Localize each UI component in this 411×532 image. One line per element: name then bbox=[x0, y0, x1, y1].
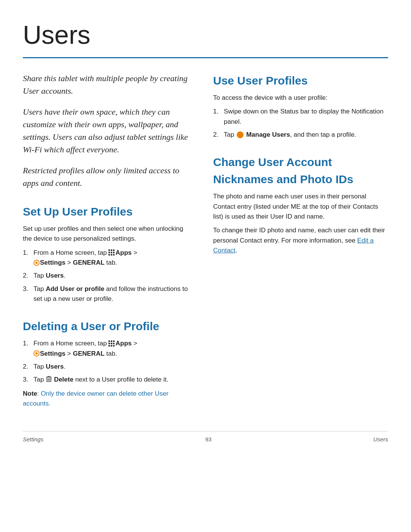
setup-step1-pre: From a Home screen, tap bbox=[33, 249, 107, 256]
settings-label-2: Settings bbox=[40, 350, 65, 357]
delete-step1-pre: From a Home screen, tap bbox=[33, 340, 107, 347]
use-step-2: 2. Tap Manage Users, and then tap a prof… bbox=[213, 130, 388, 140]
title-divider bbox=[23, 57, 388, 58]
page-title: Users bbox=[23, 15, 388, 54]
tab-label-2: tab. bbox=[106, 350, 117, 357]
intro-text-3: Restricted profiles allow only limited a… bbox=[23, 164, 190, 189]
apps-label: Apps bbox=[115, 249, 132, 256]
manage-users-icon bbox=[237, 131, 244, 138]
change-body2-end: . bbox=[236, 247, 237, 254]
setup-step-1: 1. From a Home screen, tap Apps > Settin… bbox=[23, 248, 190, 268]
delete-step-2: 2. Tap Users. bbox=[23, 362, 190, 372]
apps-grid-icon-2 bbox=[108, 340, 115, 347]
section-use-body: To access the device with a user profile… bbox=[213, 93, 388, 103]
trash-icon bbox=[46, 375, 51, 385]
add-user-label: Add User or profile bbox=[46, 285, 104, 292]
setup-step-3: 3. Tap Add User or profile and follow th… bbox=[23, 284, 190, 304]
use-step2-pre: Tap bbox=[224, 131, 234, 138]
footer-left: Settings bbox=[23, 435, 43, 444]
section-setup-body: Set up user profiles and then select one… bbox=[23, 224, 190, 244]
tab-label: tab. bbox=[106, 259, 117, 266]
note-bold-label: Note bbox=[23, 390, 37, 397]
footer-right: Users bbox=[373, 435, 388, 444]
left-column: Share this tablet with multiple people b… bbox=[23, 72, 190, 408]
delete-step3-tap: Tap bbox=[33, 376, 44, 383]
general-label: GENERAL bbox=[73, 259, 104, 266]
delete-label: Delete bbox=[54, 376, 73, 383]
setup-step2-tap: Tap bbox=[33, 272, 44, 279]
delete-step-3: 3. Tap Delete next to a User profile to … bbox=[23, 375, 190, 385]
delete-step3-end: next to a User profile to delete it. bbox=[75, 376, 169, 383]
users-label: Users bbox=[46, 272, 64, 279]
section-delete-heading: Deleting a User or Profile bbox=[23, 318, 190, 335]
section-change-heading: Change User Account Nicknames and Photo … bbox=[213, 153, 388, 188]
note-body: : Only the device owner can delete other… bbox=[23, 390, 169, 407]
main-content: Share this tablet with multiple people b… bbox=[23, 72, 388, 408]
setup-step3-tap: Tap bbox=[33, 285, 44, 292]
intro-text-1: Share this tablet with multiple people b… bbox=[23, 72, 190, 97]
users-label-2: Users bbox=[46, 363, 64, 370]
setup-step2-end: . bbox=[64, 272, 65, 279]
change-body-2: To change their ID photo and name, each … bbox=[213, 225, 388, 256]
change-body-1: The photo and name each user uses in the… bbox=[213, 192, 388, 222]
section-use-heading: Use User Profiles bbox=[213, 72, 388, 89]
use-step-1: 1. Swipe down on the Status bar to displ… bbox=[213, 107, 388, 127]
apps-grid-icon bbox=[108, 249, 115, 256]
delete-step2-end: . bbox=[64, 363, 65, 370]
intro-text-2: Users have their own space, which they c… bbox=[23, 105, 190, 156]
use-step1-text: Swipe down on the Status bar to display … bbox=[224, 107, 388, 127]
settings-gear-icon-2 bbox=[33, 350, 40, 356]
section-setup-heading: Set Up User Profiles bbox=[23, 203, 190, 220]
page-footer: Settings 93 Users bbox=[23, 431, 388, 444]
settings-label: Settings bbox=[40, 259, 65, 266]
note-paragraph: Note: Only the device owner can delete o… bbox=[23, 389, 190, 408]
right-column: Use User Profiles To access the device w… bbox=[213, 72, 388, 408]
delete-step2-tap: Tap bbox=[33, 363, 44, 370]
general-label-2: GENERAL bbox=[73, 350, 104, 357]
setup-step-2: 2. Tap Users. bbox=[23, 271, 190, 281]
settings-gear-icon bbox=[33, 260, 40, 266]
manage-users-label: Manage Users bbox=[246, 131, 290, 138]
apps-label-2: Apps bbox=[115, 340, 132, 347]
use-step2-end: , and then tap a profile. bbox=[290, 131, 356, 138]
delete-step-1: 1. From a Home screen, tap Apps > Settin… bbox=[23, 339, 190, 359]
footer-page-number: 93 bbox=[205, 435, 212, 444]
